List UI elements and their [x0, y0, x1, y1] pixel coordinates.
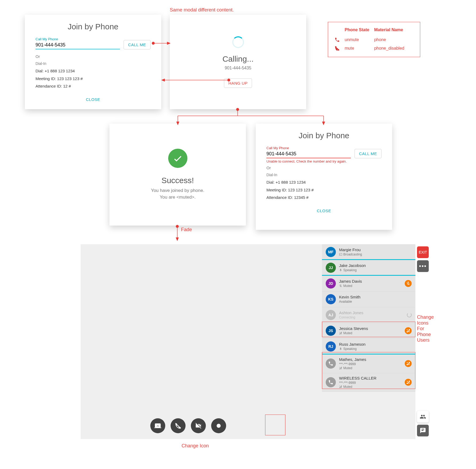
participant-number: ***-***-9999	[339, 362, 366, 366]
participant-row[interactable]: JDJames Davis Muted	[322, 276, 415, 291]
participant-name: James Davis	[339, 279, 362, 284]
loading-spinner-icon	[232, 36, 244, 48]
close-button[interactable]: CLOSE	[86, 97, 100, 102]
modal-join-by-phone: Join by Phone Call My Phone CALL ME Or D…	[25, 15, 161, 109]
people-icon	[420, 413, 426, 420]
participant-row[interactable]: JSJessica Stevens Muted	[322, 323, 415, 339]
legend-col-state: Phone State	[345, 26, 374, 36]
dialin-meeting-id: Meeting ID: 123 123 123 #	[266, 186, 381, 194]
participant-row[interactable]: RJRuss Jameson Speaking	[322, 339, 415, 354]
share-screen-button[interactable]	[150, 418, 165, 433]
avatar: JD	[326, 278, 336, 289]
dialin-title: Dial-In	[36, 61, 151, 66]
participants-panel: MFMargie Frou BroadcastingJJJake Jacobso…	[322, 244, 415, 392]
note-change-icon: Change Icon	[182, 443, 209, 449]
participant-row[interactable]: MFMargie Frou Broadcasting	[322, 244, 415, 260]
dialin-meeting-id: Meeting ID: 123 123 123 #	[36, 75, 151, 83]
svg-marker-12	[176, 122, 179, 125]
participant-status: Available	[339, 300, 360, 304]
participant-row[interactable]: WIRELESS CALLER***-***-9999 Muted	[322, 373, 415, 392]
participant-name: Jake Jacobson	[339, 263, 366, 268]
call-me-button[interactable]: CALL ME	[355, 149, 381, 158]
avatar: MF	[326, 247, 336, 257]
field-label-call-my-phone: Call My Phone	[266, 146, 351, 150]
svg-point-6	[227, 79, 230, 81]
phone-disabled-icon	[175, 422, 182, 429]
muted-badge	[405, 379, 412, 386]
muted-badge	[405, 360, 412, 367]
participant-number: ***-***-9999	[339, 381, 376, 385]
chat-button[interactable]	[417, 425, 429, 436]
more-options-button[interactable]: •••	[417, 260, 429, 272]
arrow-calling-split	[176, 108, 326, 125]
muted-badge	[405, 280, 412, 287]
success-line1: You have joined by phone.	[151, 187, 204, 194]
modal-title: Join by Phone	[36, 22, 151, 31]
dialin-attendance-id: Attendance ID: 12 #	[36, 82, 151, 90]
participant-name: WIRELESS CALLER	[339, 376, 376, 381]
participant-name: Mathes, James	[339, 357, 366, 362]
modal-success: Success! You have joined by phone. You a…	[109, 124, 246, 226]
or-divider: Or	[266, 165, 381, 170]
participant-status: Muted	[339, 385, 376, 389]
participant-status: Muted	[339, 284, 362, 288]
legend-row: mute phone_disabled	[335, 44, 409, 53]
call-me-button[interactable]: CALL ME	[124, 40, 151, 49]
legend-box: Phone State Material Name unmute phone m…	[328, 22, 420, 57]
meeting-view: MFMargie Frou BroadcastingJJJake Jacobso…	[81, 244, 415, 439]
meeting-controls	[150, 418, 226, 433]
participant-status: Muted	[339, 331, 368, 335]
modal-join-error: Join by Phone Call My Phone CALL ME Unab…	[256, 124, 392, 230]
video-off-button[interactable]	[191, 418, 206, 433]
legend-row: unmute phone	[335, 36, 409, 44]
avatar: JS	[326, 326, 336, 336]
svg-marker-13	[322, 122, 325, 125]
calling-title: Calling...	[222, 54, 254, 64]
participant-name: Kevin Smith	[339, 295, 360, 300]
note-fade: Fade	[181, 227, 192, 233]
close-button[interactable]: CLOSE	[317, 208, 331, 213]
participant-row[interactable]: KSKevin SmithAvailable	[322, 291, 415, 307]
videocam-off-icon	[195, 422, 202, 429]
dialin-title: Dial-In	[266, 173, 381, 177]
connecting-spinner-icon	[407, 313, 412, 317]
exit-button[interactable]: EXIT	[417, 246, 429, 258]
highlight-change-icon	[265, 415, 285, 435]
modal-title: Join by Phone	[266, 131, 381, 140]
phone-icon	[335, 37, 340, 42]
arrow-hangup-to-join	[162, 77, 231, 83]
field-label-call-my-phone: Call My Phone	[36, 37, 120, 41]
record-button[interactable]	[211, 418, 226, 433]
legend-state: unmute	[345, 36, 374, 44]
participant-status: Connecting	[339, 316, 363, 320]
phone-number-input[interactable]	[266, 150, 351, 158]
phone-number-input[interactable]	[36, 41, 120, 49]
legend-state: mute	[345, 44, 374, 53]
success-title: Success!	[162, 176, 194, 185]
arrow-success-fade	[175, 225, 180, 241]
phone-mute-button[interactable]	[171, 418, 186, 433]
dialin-attendance-id: Attendance ID: 12345 #	[266, 194, 381, 202]
success-check-icon	[168, 149, 187, 168]
svg-marker-3	[167, 42, 170, 45]
error-message: Unable to connect. Check the number and …	[266, 159, 381, 163]
people-button[interactable]	[417, 411, 429, 423]
avatar: AJ	[326, 310, 336, 320]
participant-status: Broadcasting	[339, 253, 362, 257]
arrow-join-to-calling	[152, 41, 170, 46]
success-line2: You are <muted>.	[151, 194, 204, 201]
legend-col-material: Material Name	[374, 26, 409, 36]
participant-name: Jessica Stevens	[339, 326, 368, 331]
svg-marker-4	[162, 79, 165, 81]
svg-marker-16	[176, 238, 179, 241]
note-same-modal: Same modal different content.	[170, 7, 234, 13]
modal-calling: Calling... 901-444-5435 HANG UP	[170, 15, 306, 109]
participant-row[interactable]: Mathes, James***-***-9999 Muted	[322, 354, 415, 373]
participant-name: Russ Jameson	[339, 342, 365, 347]
phone-avatar-icon	[326, 358, 336, 369]
participant-row[interactable]: JJJake Jacobson Speaking	[322, 260, 415, 276]
phone-disabled-icon	[335, 46, 340, 51]
dialin-number: Dial: +1 888 123 1234	[266, 179, 381, 186]
participant-row[interactable]: AJAshton JonesConnecting	[322, 307, 415, 323]
svg-point-24	[217, 424, 221, 428]
